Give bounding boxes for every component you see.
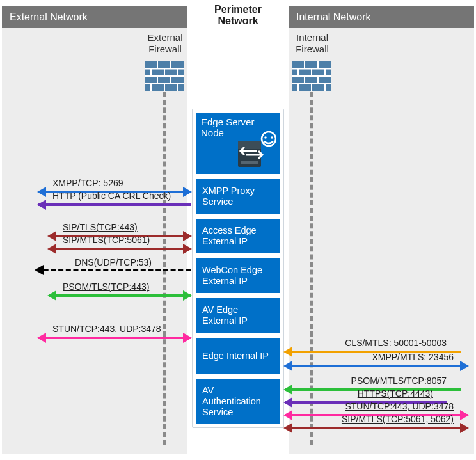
firewall-brick-icon xyxy=(145,61,184,91)
firewall-brick-icon xyxy=(292,61,331,91)
svg-rect-32 xyxy=(238,141,261,149)
label-external-firewall-l1: External xyxy=(139,32,191,44)
arrow-sip-mtls-ext: SIP/MTLS(TCP:5061) xyxy=(49,248,191,250)
label-external-firewall: External Firewall xyxy=(139,32,191,55)
arrow-psom-ext: PSOM/TLS(TCP:443) xyxy=(49,294,191,297)
arrow-label: PSOM/TLS(TCP:443) xyxy=(63,282,149,292)
box-av-auth: AV Authentication Service xyxy=(196,379,280,424)
svg-point-29 xyxy=(264,136,267,139)
arrow-stun-ext: STUN/TCP:443, UDP:3478 xyxy=(38,337,191,339)
arrow-label: DNS(UDP/TCP:53) xyxy=(75,257,152,267)
header-external: External Network xyxy=(2,6,187,28)
server-icon xyxy=(234,131,276,171)
arrow-label: XMPP/MTLS: 23456 xyxy=(372,352,454,362)
arrow-label: STUN/TCP:443, UDP:3478 xyxy=(345,401,454,411)
arrow-http-ext: HTTP (Public CA CRL Check) xyxy=(38,203,191,206)
edge-title-l1: Edge Server xyxy=(201,116,275,127)
box-xmpp-proxy: XMPP Proxy Service xyxy=(196,179,280,214)
arrow-label: SIP/MTLS(TCP:5061) xyxy=(63,235,150,245)
diagram-canvas: External Network Perimeter Network Inter… xyxy=(0,0,476,460)
arrow-label: CLS/MTLS: 50001-50003 xyxy=(345,338,447,348)
arrow-xmpp-int: XMPP/MTLS: 23456 xyxy=(285,365,468,367)
label-internal-firewall: Internal Firewall xyxy=(287,32,338,55)
arrow-label: STUN/TCP:443, UDP:3478 xyxy=(52,324,161,334)
arrow-label: HTTPS(TCP:4443) xyxy=(358,388,433,399)
header-perimeter-l2: Network xyxy=(218,15,258,27)
header-internal: Internal Network xyxy=(289,6,474,28)
arrow-label: SIP/MTLS(TCP:5061, 5062) xyxy=(342,414,454,424)
arrow-dns-ext: DNS(UDP/TCP:53) xyxy=(36,269,191,271)
box-av-edge: AV Edge External IP xyxy=(196,298,280,333)
arrow-label: PSOM/MTLS/TCP:8057 xyxy=(351,376,447,386)
arrow-sip-int: SIP/MTLS(TCP:5061, 5062) xyxy=(285,427,468,429)
box-webcon-edge: WebCon Edge External IP xyxy=(196,258,280,293)
box-access-edge: Access Edge External IP xyxy=(196,219,280,253)
label-internal-firewall-l2: Firewall xyxy=(287,44,338,55)
box-edge-internal: Edge Internal IP xyxy=(196,338,280,374)
edge-server-header: Edge Server Node xyxy=(196,113,280,174)
arrow-label: SIP/TLS(TCP:443) xyxy=(63,222,138,232)
arrow-label: XMPP/TCP: 5269 xyxy=(52,178,123,188)
header-perimeter-l1: Perimeter xyxy=(214,4,262,15)
header-perimeter: Perimeter Network xyxy=(187,3,289,28)
svg-rect-33 xyxy=(241,161,258,164)
arrow-label: HTTP (Public CA CRL Check) xyxy=(52,191,171,201)
firewall-line-internal xyxy=(310,92,313,445)
edge-server-column: Edge Server Node XMPP Proxy Service xyxy=(192,109,284,428)
label-external-firewall-l2: Firewall xyxy=(139,44,191,55)
svg-point-30 xyxy=(271,136,273,139)
label-internal-firewall-l1: Internal xyxy=(287,32,338,44)
